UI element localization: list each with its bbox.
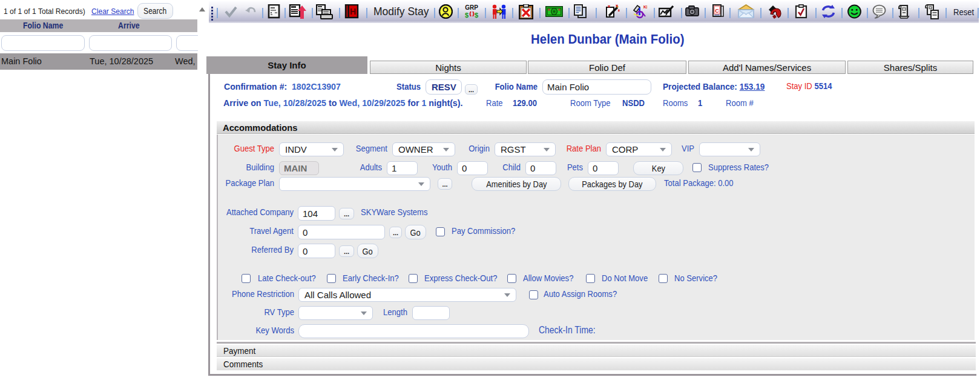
svg-text:$: $ <box>465 12 469 19</box>
svg-text:$: $ <box>475 12 478 19</box>
svg-text:H: H <box>350 7 356 16</box>
svg-text:C: C <box>715 8 719 14</box>
svg-text:KEL: KEL <box>643 5 647 9</box>
svg-text:GRP: GRP <box>465 4 478 11</box>
